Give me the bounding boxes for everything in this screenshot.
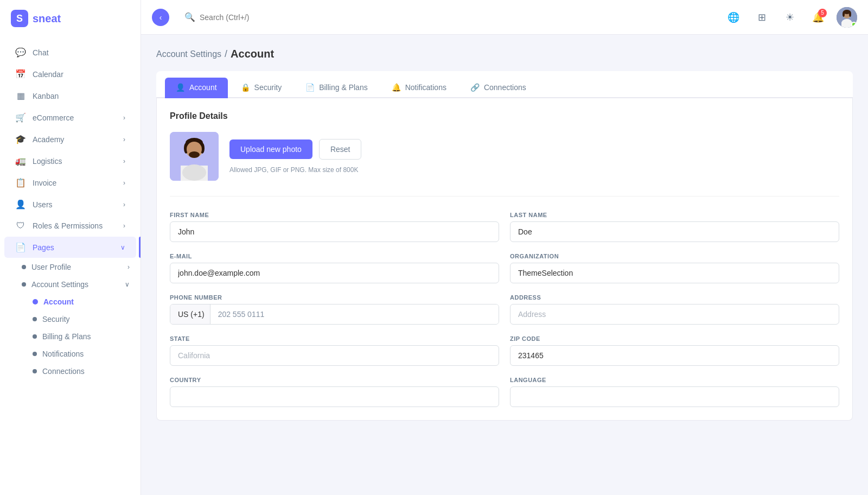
tab-connections[interactable]: 🔗 Connections <box>459 78 537 98</box>
dot-icon <box>33 369 37 373</box>
notifications-tab-icon: 🔔 <box>392 83 401 92</box>
svg-point-6 <box>843 11 845 17</box>
last-name-input[interactable] <box>510 221 839 242</box>
email-group: E-MAIL <box>170 253 499 283</box>
ecommerce-icon: 🛒 <box>15 112 26 123</box>
phone-prefix: US (+1) <box>170 304 210 324</box>
globe-button[interactable]: 🌐 <box>724 8 743 27</box>
profile-form: FIRST NAME LAST NAME E-MAIL ORGANIZATION <box>170 212 839 407</box>
reset-photo-button[interactable]: Reset <box>319 139 362 160</box>
sidebar-item-user-profile[interactable]: User Profile › <box>11 258 141 276</box>
tab-billing[interactable]: 📄 Billing & Plans <box>295 78 379 98</box>
sidebar-item-account[interactable]: Account <box>22 293 141 310</box>
language-label: LANGUAGE <box>510 377 839 383</box>
sidebar-item-label: Users <box>33 200 53 209</box>
sidebar-item-label: Roles & Permissions <box>33 221 103 230</box>
globe-icon: 🌐 <box>727 11 739 23</box>
billing-tab-icon: 📄 <box>305 83 315 92</box>
country-input[interactable] <box>170 386 499 407</box>
state-label: STATE <box>170 335 499 342</box>
last-name-group: LAST NAME <box>510 212 839 242</box>
sidebar-item-label: Logistics <box>33 157 62 166</box>
sidebar-item-pages[interactable]: 📄 Pages ∨ <box>4 237 136 258</box>
academy-icon: 🎓 <box>15 134 26 144</box>
zip-input[interactable] <box>510 345 839 366</box>
breadcrumb-separator: / <box>225 48 227 60</box>
org-input[interactable] <box>510 263 839 283</box>
sidebar-item-label: Calendar <box>33 70 63 79</box>
tab-notifications[interactable]: 🔔 Notifications <box>381 78 457 98</box>
sidebar-item-users[interactable]: 👤 Users › <box>4 194 136 215</box>
collapse-icon: ‹ <box>159 13 162 22</box>
sidebar-item-notifications[interactable]: Notifications <box>22 345 141 363</box>
app-name: sneat <box>33 12 61 25</box>
upload-photo-button[interactable]: Upload new photo <box>229 139 312 159</box>
sidebar-item-billing[interactable]: Billing & Plans <box>22 328 141 345</box>
sidebar-logo[interactable]: S sneat <box>0 0 141 37</box>
photo-actions: Upload new photo Reset Allowed JPG, GIF … <box>229 139 361 174</box>
sub-nav-label: Notifications <box>42 350 84 358</box>
sidebar-item-label: eCommerce <box>33 113 74 122</box>
sidebar-item-kanban[interactable]: ▦ Kanban <box>4 85 136 106</box>
photo-hint: Allowed JPG, GIF or PNG. Max size of 800… <box>229 166 361 174</box>
search-bar: 🔍 <box>178 8 715 27</box>
search-input[interactable] <box>200 13 709 22</box>
main-wrapper: ‹ 🔍 🌐 ⊞ ☀ 🔔 5 <box>141 0 868 495</box>
chevron-right-icon: › <box>123 136 125 143</box>
sub-nav-label: Account Settings <box>31 280 88 289</box>
sidebar-item-label: Academy <box>33 135 64 144</box>
sidebar: S sneat 💬 Chat 📅 Calendar ▦ Kanban 🛒 eCo… <box>0 0 141 495</box>
dot-icon <box>22 282 26 287</box>
notifications-button[interactable]: 🔔 5 <box>808 8 828 27</box>
sub-nav-label: User Profile <box>31 263 71 271</box>
sidebar-item-logistics[interactable]: 🚛 Logistics › <box>4 150 136 172</box>
theme-button[interactable]: ☀ <box>780 8 800 27</box>
breadcrumb: Account Settings / Account <box>156 48 853 60</box>
email-input[interactable] <box>170 263 499 283</box>
sidebar-toggle-button[interactable]: ‹ <box>152 9 169 26</box>
address-group: ADDRESS <box>510 294 839 325</box>
grid-icon: ⊞ <box>758 11 766 23</box>
last-name-label: LAST NAME <box>510 212 839 218</box>
sidebar-item-calendar[interactable]: 📅 Calendar <box>4 64 136 85</box>
sidebar-item-ecommerce[interactable]: 🛒 eCommerce › <box>4 107 136 128</box>
active-bar <box>139 237 141 258</box>
svg-point-18 <box>182 164 206 181</box>
breadcrumb-parent: Account Settings <box>156 49 221 59</box>
sub-nav-label: Account <box>43 297 74 306</box>
sidebar-nav: 💬 Chat 📅 Calendar ▦ Kanban 🛒 eCommerce ›… <box>0 37 141 495</box>
sidebar-item-academy[interactable]: 🎓 Academy › <box>4 129 136 150</box>
topbar-actions: 🌐 ⊞ ☀ 🔔 5 <box>724 7 857 28</box>
grid-button[interactable]: ⊞ <box>752 8 771 27</box>
address-label: ADDRESS <box>510 294 839 301</box>
tab-account[interactable]: 👤 Account <box>165 78 228 98</box>
phone-group: PHONE NUMBER US (+1) <box>170 294 499 325</box>
phone-input[interactable] <box>210 304 499 324</box>
sidebar-item-security[interactable]: Security <box>22 310 141 328</box>
dot-icon <box>33 352 37 356</box>
first-name-input[interactable] <box>170 221 499 242</box>
dot-icon <box>33 317 37 321</box>
state-input[interactable] <box>170 345 499 366</box>
sidebar-item-label: Kanban <box>33 92 59 100</box>
dot-icon <box>22 265 26 269</box>
notification-badge: 5 <box>818 9 827 17</box>
sidebar-item-invoice[interactable]: 📋 Invoice › <box>4 172 136 193</box>
language-group: LANGUAGE <box>510 377 839 407</box>
sidebar-item-chat[interactable]: 💬 Chat <box>4 42 136 63</box>
pages-icon: 📄 <box>15 242 26 252</box>
tab-label: Notifications <box>405 83 446 92</box>
phone-input-wrapper: US (+1) <box>170 304 499 325</box>
language-input[interactable] <box>510 386 839 407</box>
section-title: Profile Details <box>170 111 839 121</box>
sidebar-item-connections[interactable]: Connections <box>22 363 141 380</box>
tab-security[interactable]: 🔒 Security <box>230 78 293 98</box>
sidebar-item-account-settings[interactable]: Account Settings ∨ <box>11 276 141 293</box>
address-input[interactable] <box>510 304 839 325</box>
tab-label: Account <box>189 83 217 92</box>
chevron-right-icon: › <box>123 201 125 208</box>
security-tab-icon: 🔒 <box>241 83 250 92</box>
kanban-icon: ▦ <box>15 91 26 101</box>
sidebar-item-roles[interactable]: 🛡 Roles & Permissions › <box>4 215 136 236</box>
user-avatar[interactable] <box>837 7 857 28</box>
